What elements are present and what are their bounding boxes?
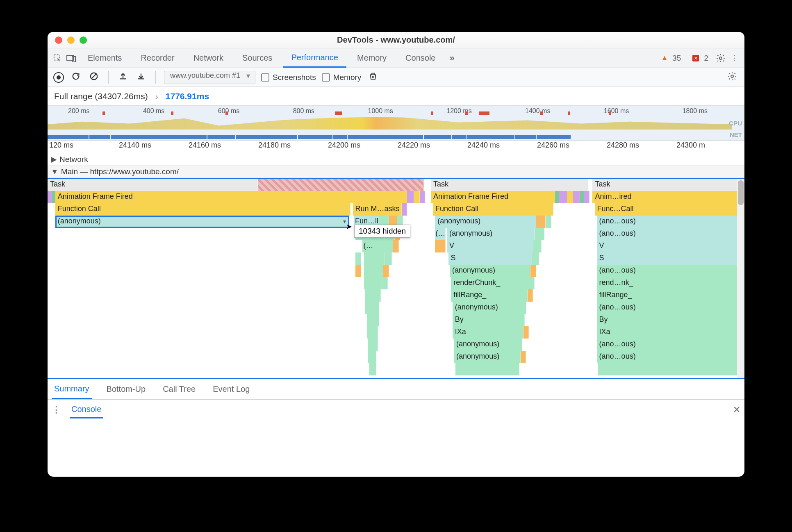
main-tab-bar: Elements Recorder Network Sources Perfor… (48, 48, 744, 68)
long-task-bar[interactable] (258, 179, 424, 191)
anonymous[interactable]: (anonymous) (453, 302, 526, 314)
fill-range[interactable]: fillRange_ (597, 289, 744, 302)
capture-settings-gear-icon[interactable] (726, 70, 739, 84)
by-frame[interactable]: By (597, 314, 744, 326)
fill-range[interactable]: fillRange_ (451, 289, 528, 302)
function-call[interactable]: Function Call (433, 203, 553, 216)
tab-console[interactable]: Console (397, 48, 444, 68)
net-overview (48, 135, 732, 139)
time-breadcrumb: Full range (34307.26ms) › 1776.91ms (48, 87, 744, 106)
anonymous[interactable]: (anonymous) (454, 351, 521, 363)
hidden-tooltip: 10343 hidden (354, 225, 410, 238)
drawer-tab-console[interactable]: Console (70, 401, 103, 418)
anonymous[interactable]: (anonymous) (447, 228, 535, 240)
task-bar[interactable]: Task (431, 179, 588, 191)
frame-event[interactable] (414, 191, 420, 203)
flame-chart[interactable]: Task Task Task Animation Frame Fired Ani… (48, 178, 744, 379)
anonymous[interactable]: (ano…ous) (597, 351, 744, 363)
net-label: NET (730, 131, 742, 138)
tab-call-tree[interactable]: Call Tree (160, 379, 198, 399)
console-drawer: ⋮ Console ✕ (48, 399, 744, 420)
function-call[interactable]: Function Call (55, 203, 351, 216)
svg-point-3 (719, 57, 722, 59)
warning-count[interactable]: 35 (672, 54, 681, 63)
function-call[interactable]: Func…Call (595, 203, 745, 216)
tab-memory[interactable]: Memory (349, 48, 395, 68)
settings-gear-icon[interactable] (715, 52, 726, 64)
window-controls (48, 36, 87, 44)
tab-recorder[interactable]: Recorder (132, 48, 182, 68)
save-profile-icon[interactable] (135, 71, 147, 84)
S-frame[interactable]: S (597, 252, 744, 265)
screenshots-checkbox[interactable]: Screenshots (261, 73, 316, 82)
minimize-window-button[interactable] (67, 36, 75, 44)
record-button[interactable] (53, 72, 64, 83)
anonymous[interactable]: (ano…ous) (597, 216, 744, 228)
run-microtasks[interactable]: Run M…asks (353, 203, 402, 216)
anonymous[interactable]: (ano…ous) (597, 228, 744, 240)
ixa-frame[interactable]: IXa (597, 326, 744, 339)
error-count[interactable]: 2 (704, 54, 708, 63)
anonymous-selected[interactable]: (anonymous) (55, 216, 349, 228)
tab-performance[interactable]: Performance (283, 48, 346, 68)
detail-axis: 120 ms 24140 ms 24160 ms 24180 ms 24200 … (48, 141, 744, 153)
close-window-button[interactable] (55, 36, 62, 44)
tab-sources[interactable]: Sources (234, 48, 280, 68)
cpu-label: CPU (729, 120, 742, 127)
cpu-overview (48, 116, 732, 130)
breadcrumb-full[interactable]: Full range (34307.26ms) (54, 91, 148, 101)
anonymous[interactable]: (ano…ous) (597, 339, 744, 351)
window-title: DevTools - www.youtube.com/ (337, 35, 455, 45)
ixa-frame[interactable]: IXa (453, 326, 523, 339)
bottom-tab-bar: Summary Bottom-Up Call Tree Event Log (48, 379, 744, 399)
main-section-label: Main — https://www.youtube.com/ (61, 167, 179, 176)
profile-dropdown[interactable]: www.youtube.com #1 (164, 71, 255, 84)
kebab-menu-icon[interactable]: ⋮ (729, 52, 740, 64)
anonymous[interactable]: (anonymous) (435, 216, 536, 228)
tab-event-log[interactable]: Event Log (210, 379, 252, 399)
anonymous[interactable]: (anonymous) (450, 265, 530, 277)
anonymous[interactable]: (anonymous) (454, 339, 522, 351)
render-chunk[interactable]: renderChunk_ (451, 277, 529, 289)
anonymous[interactable]: (ano…ous) (597, 302, 744, 314)
reload-button[interactable] (70, 71, 82, 84)
close-drawer-icon[interactable]: ✕ (733, 405, 740, 415)
memory-label: Memory (333, 73, 362, 82)
task-bar[interactable]: Task (592, 179, 744, 191)
screenshots-label: Screenshots (273, 73, 316, 82)
memory-checkbox[interactable]: Memory (322, 73, 362, 82)
tab-bottom-up[interactable]: Bottom-Up (104, 379, 148, 399)
frame-event[interactable] (420, 191, 425, 203)
network-section-header[interactable]: ▶Network (48, 153, 744, 166)
main-section-header[interactable]: ▼Main — https://www.youtube.com/ (48, 166, 744, 178)
more-tabs-icon[interactable]: » (446, 52, 458, 64)
warning-icon[interactable]: ▲ (661, 54, 668, 62)
chevron-down-icon[interactable]: ▾ (343, 218, 346, 225)
flame-scrollbar[interactable] (737, 179, 744, 378)
chevron-right-icon: › (155, 91, 158, 101)
tab-elements[interactable]: Elements (80, 48, 130, 68)
error-icon[interactable]: × (692, 55, 699, 61)
tab-network[interactable]: Network (185, 48, 232, 68)
overview-timeline[interactable]: 200 ms 400 ms 600 ms 800 ms 1000 ms 1200… (48, 106, 744, 141)
drawer-kebab-icon[interactable]: ⋮ (52, 405, 61, 415)
animation-frame-fired[interactable]: Animation Frame Fired (431, 191, 555, 203)
anonymous[interactable]: (ano…ous) (597, 265, 744, 277)
maximize-window-button[interactable] (80, 36, 87, 44)
breadcrumb-selection[interactable]: 1776.91ms (166, 91, 209, 101)
frame-event[interactable] (407, 191, 414, 203)
S-frame[interactable]: S (448, 252, 532, 265)
load-profile-icon[interactable] (117, 71, 129, 84)
task-bar[interactable]: Task (48, 179, 258, 191)
V-frame[interactable]: V (597, 240, 744, 252)
gc-icon[interactable] (367, 71, 379, 84)
tab-summary[interactable]: Summary (52, 379, 92, 399)
animation-frame-fired[interactable]: Animation Frame Fired (55, 191, 407, 203)
render-chunk[interactable]: rend…nk_ (597, 277, 744, 289)
clear-button[interactable] (88, 71, 100, 84)
animation-frame-fired[interactable]: Anim…ired (592, 191, 744, 203)
by-frame[interactable]: By (453, 314, 525, 326)
inspect-icon[interactable] (52, 52, 63, 64)
device-toggle-icon[interactable] (66, 52, 77, 64)
V-frame[interactable]: V (447, 240, 533, 252)
